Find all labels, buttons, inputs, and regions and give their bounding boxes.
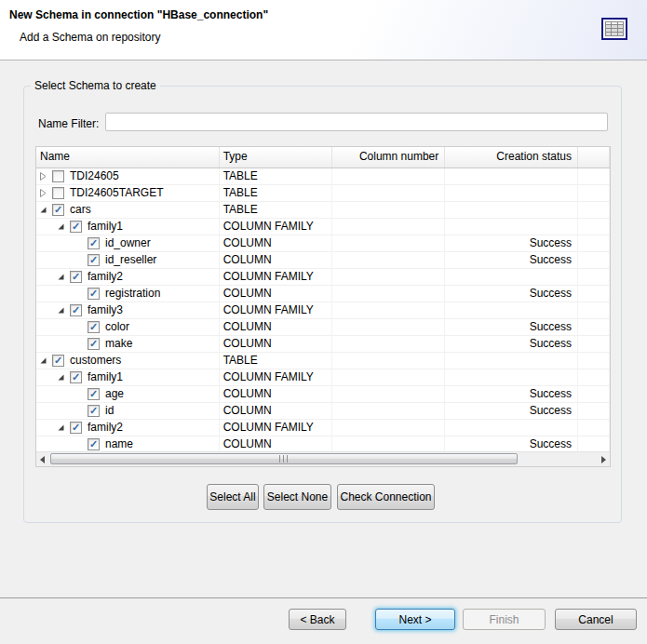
row-checkbox[interactable]: ✓: [52, 204, 64, 216]
tree-row-age[interactable]: ✓ age COLUMN Success: [36, 386, 610, 403]
collapse-arrow-icon[interactable]: [57, 273, 70, 281]
cell-creation-status: Success: [445, 319, 578, 335]
row-checkbox[interactable]: ✓: [52, 355, 64, 367]
tree-node-label: family2: [88, 420, 123, 436]
tree-row-family1[interactable]: ✓ family1 COLUMN FAMILY: [36, 369, 610, 386]
tree-row-family3[interactable]: ✓ family3 COLUMN FAMILY: [36, 302, 610, 319]
tree-node-label: id: [105, 403, 114, 419]
finish-button[interactable]: Finish: [463, 609, 546, 630]
cell-type: COLUMN: [220, 252, 333, 268]
expand-arrow-icon[interactable]: [39, 189, 52, 197]
row-checkbox[interactable]: [52, 170, 64, 182]
cell-extra: [578, 436, 610, 452]
tree-row-id_reseller[interactable]: ✓ id_reseller COLUMN Success: [36, 252, 610, 269]
tree-row-family1[interactable]: ✓ family1 COLUMN FAMILY: [36, 219, 610, 235]
row-checkbox[interactable]: ✓: [88, 321, 100, 333]
row-checkbox[interactable]: ✓: [88, 405, 100, 417]
row-checkbox[interactable]: ✓: [70, 422, 82, 434]
cell-creation-status: Success: [445, 436, 578, 452]
tree-row-family2[interactable]: ✓ family2 COLUMN FAMILY: [36, 420, 610, 436]
cell-extra: [578, 168, 610, 184]
expand-arrow-icon[interactable]: [39, 172, 52, 181]
cell-column-number: [332, 353, 445, 369]
back-button[interactable]: < Back: [289, 609, 346, 630]
row-checkbox[interactable]: ✓: [88, 388, 100, 400]
cell-column-number: [332, 185, 445, 201]
row-checkbox[interactable]: ✓: [70, 271, 82, 283]
row-checkbox[interactable]: ✓: [88, 237, 100, 249]
cell-extra: [578, 386, 610, 402]
cell-type: COLUMN: [220, 403, 333, 419]
scroll-left-arrow-icon[interactable]: [36, 452, 48, 466]
tree-node-label: id_owner: [105, 235, 151, 251]
cell-column-number: [332, 219, 445, 235]
collapse-arrow-icon[interactable]: [57, 373, 70, 382]
cancel-button[interactable]: Cancel: [555, 609, 637, 630]
row-checkbox[interactable]: ✓: [70, 304, 82, 316]
tree-node-label: TDI24605TARGET: [70, 185, 163, 201]
tree-row-registration[interactable]: ✓ registration COLUMN Success: [36, 286, 610, 302]
tree-row-customers[interactable]: ✓ customers TABLE: [36, 353, 610, 369]
cell-extra: [578, 202, 610, 218]
scroll-right-arrow-icon[interactable]: [598, 452, 610, 466]
row-checkbox[interactable]: ✓: [70, 371, 82, 383]
tree-node-label: color: [105, 319, 129, 335]
select-none-button[interactable]: Select None: [263, 484, 331, 510]
next-button[interactable]: Next >: [375, 609, 455, 630]
tree-row-make[interactable]: ✓ make COLUMN Success: [36, 336, 610, 353]
indent-spacer: [39, 226, 57, 227]
column-header-creation-status[interactable]: Creation status: [445, 147, 578, 168]
cell-type: COLUMN FAMILY: [220, 420, 333, 436]
row-checkbox[interactable]: ✓: [88, 438, 100, 450]
indent-spacer: [39, 243, 74, 244]
tree-row-id_owner[interactable]: ✓ id_owner COLUMN Success: [36, 235, 610, 252]
cell-type: COLUMN FAMILY: [220, 369, 333, 385]
tree-row-color[interactable]: ✓ color COLUMN Success: [36, 319, 610, 336]
collapse-arrow-icon[interactable]: [57, 306, 70, 315]
tree-row-TDI24605[interactable]: TDI24605 TABLE: [36, 168, 610, 185]
cell-extra: [578, 369, 610, 385]
tree-row-cars[interactable]: ✓ cars TABLE: [36, 202, 610, 219]
cell-column-number: [332, 252, 445, 268]
name-filter-input[interactable]: [105, 113, 608, 131]
page-subtitle: Add a Schema on repository: [20, 31, 160, 44]
tree-row-TDI24605TARGET[interactable]: TDI24605TARGET TABLE: [36, 185, 610, 202]
cell-creation-status: Success: [445, 386, 578, 402]
collapse-arrow-icon[interactable]: [57, 222, 70, 231]
collapse-arrow-icon[interactable]: [57, 423, 70, 432]
groupbox-label: Select Schema to create: [31, 79, 160, 92]
name-filter-label: Name Filter:: [38, 117, 99, 130]
cell-creation-status: [445, 219, 578, 235]
page-title: New Schema in connection "HBase_connecti…: [9, 8, 268, 21]
tree-row-id[interactable]: ✓ id COLUMN Success: [36, 403, 610, 420]
cell-type: COLUMN: [220, 336, 333, 352]
column-header-column-number[interactable]: Column number: [332, 147, 445, 168]
check-connection-button[interactable]: Check Connection: [337, 484, 435, 510]
cell-type: COLUMN: [220, 319, 333, 335]
cell-creation-status: Success: [445, 286, 578, 302]
cell-column-number: [332, 386, 445, 402]
collapse-arrow-icon[interactable]: [39, 356, 52, 365]
cell-creation-status: [445, 302, 578, 318]
cell-extra: [578, 235, 610, 251]
row-checkbox[interactable]: ✓: [88, 338, 100, 350]
cell-extra: [578, 219, 610, 235]
row-checkbox[interactable]: ✓: [88, 254, 100, 266]
cell-creation-status: Success: [445, 235, 578, 251]
row-checkbox[interactable]: ✓: [70, 221, 82, 233]
column-header-name[interactable]: Name: [36, 147, 220, 168]
select-all-button[interactable]: Select All: [207, 484, 259, 510]
column-header-extra[interactable]: [578, 147, 610, 168]
tree-row-family2[interactable]: ✓ family2 COLUMN FAMILY: [36, 269, 610, 286]
collapse-arrow-icon[interactable]: [39, 206, 52, 214]
cell-type: COLUMN: [220, 436, 333, 452]
row-checkbox[interactable]: [52, 187, 64, 199]
scrollbar-thumb[interactable]: [50, 453, 518, 464]
cell-creation-status: [445, 420, 578, 436]
column-header-type[interactable]: Type: [220, 147, 333, 168]
cell-creation-status: Success: [445, 252, 578, 268]
horizontal-scrollbar[interactable]: [36, 451, 610, 466]
tree-node-label: cars: [70, 202, 91, 218]
tree-node-label: registration: [105, 286, 160, 302]
row-checkbox[interactable]: ✓: [88, 288, 100, 300]
